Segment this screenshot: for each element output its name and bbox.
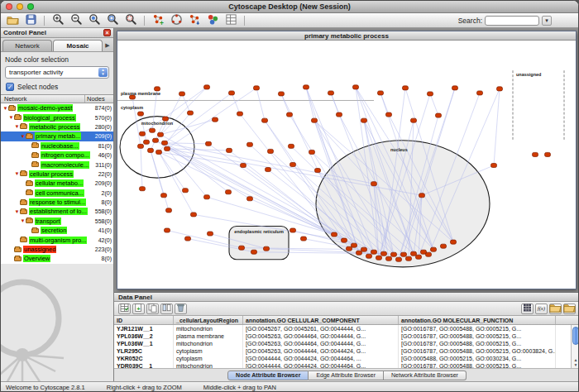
graph-node[interactable] (289, 144, 294, 148)
tree-item[interactable]: ▼cellular process22(0) (1, 170, 113, 179)
node-color-attribute-select[interactable]: transporter activity ▲▼ (5, 66, 109, 79)
graph-node[interactable] (241, 163, 246, 167)
select-nodes-checkbox[interactable]: ✓ (6, 83, 14, 91)
table-row[interactable]: YJR121W__1mitochondrion[GO:0045267, GO:0… (114, 325, 579, 332)
graph-node[interactable] (381, 251, 387, 256)
attribute-delete-button[interactable] (175, 304, 187, 314)
graph-node[interactable] (309, 150, 315, 154)
tree-item[interactable]: ▼establishment of lo...558(0) (1, 207, 113, 216)
graph-node[interactable] (451, 240, 457, 244)
graph-node[interactable] (148, 148, 154, 152)
column-header[interactable]: annotation.GO MOLECULAR_FUNCTION (399, 316, 556, 324)
attribute-new-button[interactable]: + (132, 304, 145, 314)
graph-node[interactable] (361, 118, 367, 122)
search-input[interactable] (485, 16, 539, 26)
graph-node[interactable] (185, 237, 191, 241)
graph-node[interactable] (441, 244, 447, 248)
tree-item[interactable]: ▼transport558(0) (1, 217, 113, 226)
graph-node[interactable] (353, 85, 359, 89)
formula-button[interactable]: f(x) (535, 304, 548, 314)
graph-node[interactable] (206, 141, 212, 146)
graph-node[interactable] (301, 237, 307, 241)
attribute-columns-button[interactable] (160, 304, 173, 314)
tree-item[interactable]: ▼mosaic-demo-yeast874(0) (1, 103, 113, 112)
tab-network-attribute-browser[interactable]: Network Attribute Browser (384, 370, 467, 380)
graph-node[interactable] (491, 163, 497, 167)
graph-node[interactable] (342, 238, 347, 242)
table-row[interactable]: YPL036W__2plasma membrane[GO:0045263, GO… (114, 332, 579, 340)
scrollbar-arrows-icon[interactable]: ▲▼ (572, 356, 579, 368)
graph-node[interactable] (533, 152, 538, 156)
expander-icon[interactable]: ▼ (14, 209, 20, 214)
graph-node[interactable] (279, 92, 285, 96)
graph-node[interactable] (153, 138, 159, 142)
graph-node[interactable] (179, 92, 185, 96)
tree-item[interactable]: nitrogen compo...46(0) (1, 151, 113, 160)
graph-node[interactable] (403, 86, 409, 90)
zoom-fit-button[interactable] (104, 14, 121, 27)
graph-node[interactable] (436, 113, 442, 117)
tree-item[interactable]: cellular metabo...209(0) (1, 179, 113, 188)
graph-node[interactable] (378, 91, 384, 95)
graph-node[interactable] (161, 194, 167, 198)
graph-node[interactable] (287, 112, 293, 117)
new-network-button[interactable]: + (150, 14, 166, 27)
graph-node[interactable] (497, 87, 503, 91)
zoom-out-button[interactable] (68, 14, 84, 27)
table-row[interactable]: YDR039C__1mitochondrion[GO:0044444, GO:0… (114, 362, 579, 368)
graph-node[interactable] (366, 254, 372, 258)
window-titlebar[interactable]: Cytoscape Desktop (New Session) (1, 1, 578, 13)
graph-node[interactable] (337, 112, 342, 117)
graph-node[interactable] (406, 256, 412, 261)
graph-node[interactable] (138, 144, 144, 148)
tree-item[interactable]: macromolecule...311(0) (1, 160, 113, 169)
graph-node[interactable] (150, 128, 156, 132)
graph-node[interactable] (251, 250, 257, 254)
graph-node[interactable] (237, 112, 243, 116)
column-header[interactable]: ID (114, 316, 174, 324)
graph-node[interactable] (290, 162, 296, 166)
graph-node[interactable] (183, 189, 189, 193)
graph-node[interactable] (162, 141, 168, 145)
table-row[interactable]: YKR052Ccytoplasm[GO:0044444, GO:0044424,… (114, 355, 579, 362)
graph-node[interactable] (138, 112, 144, 116)
graph-node[interactable] (208, 232, 213, 236)
graph-node[interactable] (361, 247, 367, 251)
expander-icon[interactable]: ▼ (8, 115, 14, 120)
tab-node-attribute-browser[interactable]: Node Attribute Browser (227, 370, 309, 380)
tree-item[interactable]: nucleobase...81(0) (1, 141, 113, 151)
expander-icon[interactable]: ▼ (20, 134, 26, 139)
graph-node[interactable] (419, 194, 425, 198)
cytoscape-button[interactable] (168, 14, 184, 27)
graph-node[interactable] (356, 251, 362, 255)
zoom-region-button[interactable] (122, 14, 139, 27)
tree-item[interactable]: cell communica...2(0) (1, 189, 113, 198)
graph-node[interactable] (328, 91, 334, 95)
tree-item[interactable]: ▼metabolic process280(0) (1, 122, 113, 131)
scrollbar-thumb[interactable] (572, 327, 579, 345)
tab-scroll-right-button[interactable]: ▶ (103, 40, 112, 51)
column-header[interactable]: annotation.GO CELLULAR_COMPONENT (243, 316, 399, 324)
graph-node[interactable] (229, 91, 235, 95)
tree-item[interactable]: unassigned223(0) (1, 245, 113, 254)
graph-node[interactable] (401, 252, 407, 256)
graph-node[interactable] (315, 169, 321, 173)
tree-item[interactable]: Overview8(0) (1, 254, 113, 263)
expander-icon[interactable]: ▼ (14, 171, 20, 176)
graph-node[interactable] (140, 187, 146, 191)
graph-node[interactable] (266, 168, 271, 172)
column-header[interactable]: _cellularLayoutRegion (174, 316, 243, 324)
graph-node[interactable] (188, 111, 194, 115)
data-panel-title[interactable]: Data Panel (114, 293, 579, 302)
table-row[interactable]: YPL036W__1mitochondrion[GO:0045263, GO:0… (114, 340, 579, 347)
zoom-selected-button[interactable] (86, 14, 103, 27)
graph-node[interactable] (165, 228, 170, 232)
graph-node[interactable] (416, 255, 422, 259)
graph-node[interactable] (191, 213, 197, 217)
tree-item[interactable]: ▼primary metab...209(0) (1, 131, 113, 141)
graph-node[interactable] (386, 256, 392, 261)
graph-node[interactable] (545, 152, 551, 156)
graph-node[interactable] (254, 86, 260, 90)
tab-edge-attribute-browser[interactable]: Edge Attribute Browser (309, 370, 384, 380)
graph-node[interactable] (239, 246, 245, 250)
